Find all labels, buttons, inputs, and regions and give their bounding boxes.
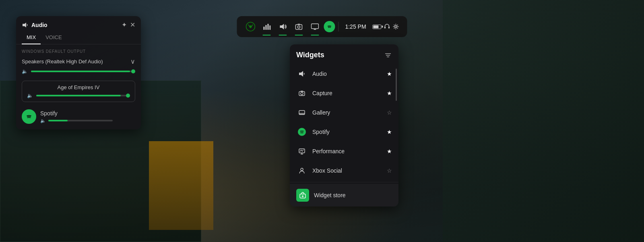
svg-point-32: [301, 168, 303, 171]
app-volume-track[interactable]: [36, 95, 130, 96]
widget-xbox-social-label: Xbox Social: [312, 167, 387, 174]
widget-spotify-label: Spotify: [312, 129, 387, 135]
widget-capture-star[interactable]: ★: [387, 90, 392, 96]
audio-title-icon: [22, 22, 28, 28]
svg-point-16: [395, 26, 397, 28]
widget-capture-label: Capture: [312, 90, 387, 96]
top-bar: 1:25 PM: [237, 16, 407, 37]
widget-audio-label: Audio: [312, 71, 387, 77]
widget-item-performance[interactable]: Performance ★: [290, 142, 398, 161]
audio-header-icons: ✦ ✕: [122, 21, 135, 29]
performance-widget-icon: [296, 146, 308, 157]
widget-performance-star[interactable]: ★: [387, 148, 392, 154]
svg-point-24: [301, 92, 303, 95]
widget-item-audio[interactable]: Audio ★: [290, 64, 398, 83]
app-volume-icon: 🔈: [27, 93, 33, 98]
master-volume-slider-row: 🔈: [16, 69, 141, 79]
spotify-slider-row: 🔈: [40, 118, 135, 123]
xbox-button[interactable]: [243, 19, 258, 34]
spotify-volume-icon: 🔈: [40, 118, 46, 123]
audio-pin-button[interactable]: ✦: [122, 21, 127, 29]
widget-item-gallery[interactable]: Gallery ☆: [290, 103, 398, 122]
audio-device: Speakers (Realtek High Def Audio) ∨: [16, 56, 141, 69]
audio-panel: Audio ✦ ✕ MIX VOICE WINDOWS DEFAULT OUTP…: [16, 16, 141, 129]
headset-icon: [384, 23, 390, 30]
spotify-volume-track[interactable]: [48, 120, 113, 121]
app-name: Age of Empires IV: [27, 84, 130, 90]
audio-close-button[interactable]: ✕: [130, 21, 135, 29]
widget-item-spotify[interactable]: Spotify ★: [290, 122, 398, 142]
audio-device-chevron[interactable]: ∨: [130, 58, 135, 65]
age-of-empires-card: Age of Empires IV 🔈: [22, 81, 135, 102]
status-icons: [371, 23, 401, 30]
clock: 1:25 PM: [342, 23, 369, 30]
widgets-title: Widgets: [296, 51, 324, 59]
tab-mix[interactable]: MIX: [22, 32, 41, 44]
svg-point-8: [297, 26, 300, 28]
tab-voice[interactable]: VOICE: [41, 32, 66, 44]
svg-marker-22: [299, 71, 303, 77]
widget-store-icon: [296, 189, 309, 202]
spotify-volume-fill: [48, 120, 68, 121]
volume-button[interactable]: [275, 19, 290, 34]
audio-device-name: Speakers (Realtek High Def Audio): [22, 58, 103, 65]
capture-button[interactable]: [291, 19, 306, 34]
svg-rect-4: [267, 24, 268, 30]
svg-rect-25: [301, 91, 303, 92]
master-volume-thumb[interactable]: [131, 69, 135, 73]
widget-gallery-star[interactable]: ☆: [387, 109, 392, 116]
spotify-logo: [22, 109, 36, 124]
widget-item-xbox-social[interactable]: Xbox Social ☆: [290, 161, 398, 180]
svg-point-1: [249, 25, 252, 28]
widget-store-label: Widget store: [314, 192, 346, 198]
svg-rect-2: [263, 27, 264, 30]
spotify-app-label: Spotify: [40, 110, 135, 117]
audio-title: Audio: [22, 22, 47, 28]
audio-section-label: WINDOWS DEFAULT OUTPUT: [16, 44, 141, 56]
svg-rect-9: [297, 24, 300, 25]
widget-item-capture[interactable]: Capture ★: [290, 83, 398, 103]
display-button[interactable]: [308, 19, 322, 34]
svg-rect-5: [269, 25, 270, 30]
spotify-widget-icon: [296, 126, 308, 138]
widgets-filter-icon[interactable]: [384, 51, 392, 59]
audio-panel-header: Audio ✦ ✕: [16, 16, 141, 32]
audio-tabs: MIX VOICE: [16, 32, 141, 44]
xbox-social-widget-icon: [296, 165, 308, 176]
widget-performance-label: Performance: [312, 148, 387, 154]
svg-marker-17: [23, 23, 26, 27]
widget-xbox-social-star[interactable]: ☆: [387, 167, 392, 174]
topbar-divider: [338, 22, 339, 31]
widgets-panel: Widgets Audio ★: [290, 44, 398, 207]
widget-spotify-star[interactable]: ★: [387, 129, 392, 135]
svg-rect-27: [299, 112, 305, 115]
master-volume-track[interactable]: [31, 71, 135, 72]
svg-rect-10: [311, 24, 318, 29]
svg-marker-6: [280, 24, 284, 29]
gallery-widget-icon: [296, 107, 308, 118]
svg-rect-15: [388, 27, 390, 29]
svg-rect-3: [265, 25, 266, 30]
svg-rect-14: [384, 27, 386, 29]
settings-icon[interactable]: [393, 23, 399, 30]
spotify-info: Spotify 🔈: [40, 110, 135, 123]
volume-slider-icon: 🔈: [22, 69, 28, 74]
app-volume-fill: [36, 95, 121, 96]
capture-widget-icon: [296, 88, 308, 99]
svg-rect-7: [295, 25, 302, 29]
app-volume-thumb[interactable]: [126, 94, 130, 98]
master-volume-fill: [31, 71, 130, 72]
widget-store-item[interactable]: Widget store: [290, 184, 398, 207]
spotify-topbar-button[interactable]: [324, 21, 335, 32]
battery-icon: [373, 25, 382, 29]
stats-button[interactable]: [259, 19, 274, 34]
app-volume-slider-row: 🔈: [27, 93, 130, 98]
widgets-header: Widgets: [290, 44, 398, 64]
audio-widget-icon: [296, 68, 308, 79]
widget-divider: [290, 182, 398, 182]
spotify-row: Spotify 🔈: [16, 106, 141, 129]
widget-gallery-label: Gallery: [312, 109, 387, 116]
widget-audio-star[interactable]: ★: [387, 71, 392, 77]
